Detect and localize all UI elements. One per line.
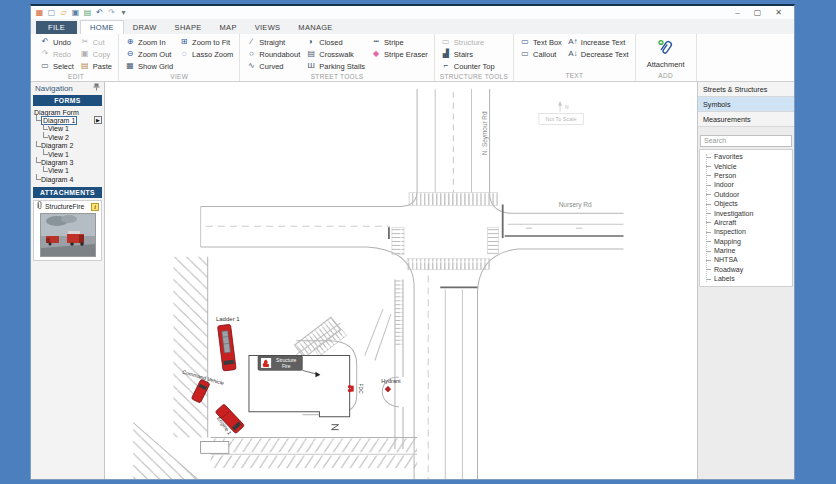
- tree-item[interactable]: View 1: [31, 125, 104, 133]
- zoom-out-button[interactable]: ⊖ Zoom Out: [122, 48, 176, 60]
- structure-button[interactable]: ▭ Structure: [438, 36, 498, 48]
- tab-draw[interactable]: DRAW: [124, 21, 166, 34]
- decrease-text-button[interactable]: A↓ Decrease Text: [565, 48, 632, 60]
- fdc-symbol[interactable]: FDC: [348, 384, 364, 395]
- tree-item[interactable]: Diagram 4: [31, 175, 104, 183]
- ribbon-item-icon: ▭: [441, 37, 451, 47]
- diagram-canvas[interactable]: N Not To Scale N. Seymour Rd Nursery Rd …: [105, 82, 697, 479]
- parking-stalls-button[interactable]: Ш Parking Stalls: [303, 60, 368, 72]
- symbol-category[interactable]: Investigation: [700, 208, 792, 217]
- ribbon-item-label: Increase Text: [581, 38, 625, 47]
- close-button[interactable]: ✕: [775, 7, 782, 18]
- tree-item[interactable]: View 2: [31, 133, 104, 141]
- undo-button[interactable]: ↶ Undo: [37, 36, 77, 48]
- stripe-eraser-button[interactable]: ◆ Stripe Eraser: [368, 48, 431, 60]
- panel-symbols[interactable]: Symbols: [698, 97, 794, 112]
- engine-truck[interactable]: Engine 1: [215, 404, 244, 436]
- symbol-category[interactable]: Favorites: [700, 152, 792, 161]
- new-file-icon[interactable]: ▢: [47, 8, 56, 17]
- lasso-zoom-button[interactable]: ◌ Lasso Zoom: [176, 48, 236, 60]
- symbol-category[interactable]: Indoor: [700, 180, 792, 189]
- straight-street-button[interactable]: ∕ Straight: [243, 36, 303, 48]
- copy-button[interactable]: ▣ Copy: [77, 48, 115, 60]
- stairs-button[interactable]: ▟ Stairs: [438, 48, 498, 60]
- maximize-button[interactable]: ▢: [754, 7, 762, 18]
- north-arrow[interactable]: N Not To Scale: [539, 101, 583, 125]
- roundabout-button[interactable]: ○ Roundabout: [243, 48, 303, 60]
- tab-views[interactable]: VIEWS: [246, 21, 290, 34]
- symbol-category[interactable]: Objects: [700, 199, 792, 208]
- attachments-section-header[interactable]: ATTACHMENTS: [33, 187, 102, 198]
- open-folder-icon[interactable]: ▱: [59, 8, 68, 17]
- redo-icon[interactable]: ↷: [107, 8, 116, 17]
- tree-item[interactable]: Diagram 3: [31, 158, 104, 166]
- symbol-category[interactable]: NHTSA: [700, 255, 792, 264]
- increase-text-button[interactable]: A↑ Increase Text: [565, 36, 632, 48]
- ladder-truck[interactable]: Ladder 1: [216, 316, 240, 371]
- diagram-flyout-button[interactable]: ▶: [94, 116, 102, 124]
- tree-item[interactable]: Diagram 1 ▶: [31, 116, 104, 124]
- symbol-category[interactable]: Inspection: [700, 227, 792, 236]
- tab-manage[interactable]: MANAGE: [289, 21, 341, 34]
- counter-top-button[interactable]: ⌐ Counter Top: [438, 60, 498, 72]
- ribbon-item-icon: ∿: [246, 61, 256, 71]
- ribbon-item-icon: ⌐: [441, 61, 451, 71]
- tab-home[interactable]: HOME: [80, 20, 124, 34]
- zoom-to-fit-button[interactable]: ⊞ Zoom to Fit: [176, 36, 236, 48]
- cut-button[interactable]: ✂ Cut: [77, 36, 115, 48]
- ribbon-tab-strip: FILE HOME DRAW SHAPE MAP VIEWS MANAGE: [31, 19, 794, 34]
- symbol-category[interactable]: Labels: [700, 274, 792, 283]
- callout-button[interactable]: ▭ Callout: [517, 48, 565, 60]
- ribbon-item-label: Closed: [319, 38, 342, 47]
- ribbon-item-label: Text Box: [533, 38, 562, 47]
- app-logo-icon[interactable]: ▦: [35, 8, 44, 17]
- tree-item[interactable]: View 1: [31, 150, 104, 158]
- tab-map[interactable]: MAP: [211, 21, 246, 34]
- closed-street-button[interactable]: ◗ Closed: [303, 36, 368, 48]
- pin-icon[interactable]: [93, 83, 100, 93]
- tree-item[interactable]: Diagram 2: [31, 142, 104, 150]
- fdc-label: FDC: [358, 384, 364, 395]
- curved-street-button[interactable]: ∿ Curved: [243, 60, 303, 72]
- svg-text:Fire: Fire: [282, 363, 291, 369]
- quickaccess-caret-icon[interactable]: ▾: [119, 8, 128, 17]
- symbol-category[interactable]: Outdoor: [700, 190, 792, 199]
- road-network: [201, 89, 624, 479]
- symbols-panel: Streets & Structures Symbols Measurement…: [697, 82, 794, 479]
- paste-button[interactable]: ▤ Paste: [77, 60, 115, 72]
- symbol-category[interactable]: Marine: [700, 246, 792, 255]
- tree-item[interactable]: View 1: [31, 167, 104, 175]
- symbol-category[interactable]: Person: [700, 171, 792, 180]
- symbol-search-input[interactable]: [700, 135, 792, 147]
- attachment-label: Attachment: [647, 60, 685, 69]
- stripe-button[interactable]: ┅ Stripe: [368, 36, 431, 48]
- stairs-symbol[interactable]: [332, 425, 339, 430]
- print-icon[interactable]: ▤: [83, 8, 92, 17]
- panel-measurements[interactable]: Measurements: [698, 112, 794, 127]
- zoom-in-button[interactable]: ⊕ Zoom In: [122, 36, 176, 48]
- ribbon-group: ↶ Undo ↷ Redo: [34, 34, 119, 81]
- symbol-category[interactable]: Roadway: [700, 265, 792, 274]
- tab-file[interactable]: FILE: [36, 21, 77, 34]
- symbol-category[interactable]: Aircraft: [700, 218, 792, 227]
- symbol-category[interactable]: Vehicle: [700, 161, 792, 170]
- crosswalk-button[interactable]: ▤ Crosswalk: [303, 48, 368, 60]
- redo-button[interactable]: ↷ Redo: [37, 48, 77, 60]
- ribbon-item-label: Counter Top: [454, 62, 495, 71]
- tree-item-label: View 1: [48, 167, 69, 174]
- minimize-button[interactable]: –: [735, 7, 739, 18]
- forms-section-header[interactable]: FORMS: [33, 95, 102, 106]
- select-button[interactable]: ▭ Select: [37, 60, 77, 72]
- tab-shape[interactable]: SHAPE: [166, 21, 211, 34]
- attachment-info-button[interactable]: i: [91, 203, 99, 211]
- attachment-button[interactable]: Attachment: [639, 39, 693, 69]
- attachment-thumbnail[interactable]: [40, 213, 96, 257]
- text-box-button[interactable]: ▭ Text Box: [517, 36, 565, 48]
- attachment-item[interactable]: StructureFire i: [35, 202, 100, 212]
- panel-streets-structures[interactable]: Streets & Structures: [698, 82, 794, 97]
- symbol-category[interactable]: Mapping: [700, 237, 792, 246]
- attachment-paperclip-icon: [657, 39, 675, 59]
- save-icon[interactable]: ▣: [71, 8, 80, 17]
- undo-icon[interactable]: ↶: [95, 8, 104, 17]
- show-grid-button[interactable]: ▦ Show Grid: [122, 60, 176, 72]
